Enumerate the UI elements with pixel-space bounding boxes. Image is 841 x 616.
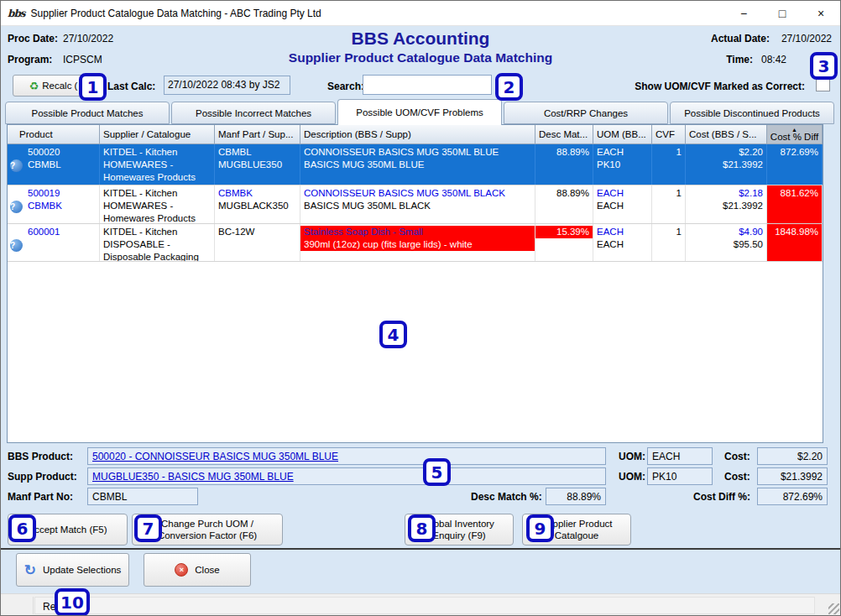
time-label: Time: [726,54,753,65]
uom-field-1: EACH [647,447,713,465]
question-icon[interactable]: ? [10,159,23,172]
cost-field-1: $2.20 [757,447,828,465]
uom-label-1: UOM: [619,451,645,462]
col-header-product[interactable]: Product [8,125,100,144]
col-header-manf-part[interactable]: Manf Part / Sup... [215,125,300,144]
col-header-cvf[interactable]: CVF [652,125,686,144]
status-bar: Rea [1,593,841,616]
tab-possible-discontinued-products[interactable]: Possible Discontinued Products [670,102,834,124]
app-logo-icon: bbs [8,8,25,19]
col-header-cost-pct-diff[interactable]: ▲ Cost % Diff [767,125,823,144]
manf-part-label: Manf Part No: [8,491,73,503]
table-row[interactable]: ? 500020CBMBL KITDEL - Kitchen HOMEWARES… [8,144,823,185]
page-title: Supplier Product Catalogue Data Matching [1,50,840,65]
search-label: Search: [327,81,364,92]
actual-date-value: 27/10/2022 [781,33,832,44]
app-window: bbs Supplier Product Catalogue Data Matc… [0,0,841,616]
cell-cost-diff: 881.62% [767,185,823,223]
callout-9: 9 [526,514,554,542]
status-divider [33,597,34,614]
callout-8: 8 [408,514,436,542]
recalc-button-label: Recalc ( [42,81,77,91]
cost-diff-field: 872.69% [757,488,828,505]
show-uom-cvf-label: Show UOM/CVF Marked as Correct: [635,81,805,92]
results-grid: Product Supplier / Catalogue Manf Part /… [7,124,823,443]
refresh-arrows-icon: ↻ [24,561,36,579]
col-header-cost[interactable]: Cost (BBS / S... [686,125,767,144]
close-button[interactable]: × Close [144,553,251,587]
supp-product-link[interactable]: MUGBLUE350 - BASICS MUG 350ML BLUE [87,467,606,485]
titlebar[interactable]: bbs Supplier Product Catalogue Data Matc… [1,1,840,26]
cost-label-2: Cost: [724,471,750,483]
callout-10: 10 [55,588,90,616]
callout-2: 2 [495,73,523,101]
uom-label-2: UOM: [619,471,645,483]
bbs-product-label: BBS Product: [8,451,73,462]
desc-match-field: 88.89% [546,488,606,505]
question-icon[interactable]: ? [10,239,23,252]
uom-field-2: PK10 [647,467,713,485]
table-row[interactable]: ? 500019CBMBK KITDEL - Kitchen HOMEWARES… [8,185,823,224]
close-x-icon: × [175,563,188,577]
callout-7: 7 [134,514,162,542]
cost-diff-label: Cost Diff %: [693,491,750,503]
cell-desc-match: 88.89% [535,144,593,185]
recycle-icon: ♻ [29,80,39,92]
tab-possible-incorrect-matches[interactable]: Possible Incorrect Matches [171,102,336,124]
cell-supplier: KITDEL - Kitchen DISPOSABLE - Disposable… [100,224,215,261]
tab-cost-rrp-changes[interactable]: Cost/RRP Changes [504,102,668,124]
cost-field-2: $21.3992 [757,467,828,485]
col-header-supplier-catalogue[interactable]: Supplier / Catalogue [100,125,215,144]
update-selections-label: Update Selections [43,565,121,575]
search-input[interactable] [363,75,492,95]
maximize-button[interactable]: □ [763,1,802,26]
cell-desc-match: 88.89% [535,185,593,223]
callout-3: 3 [810,52,838,80]
tab-possible-uom-cvf-problems[interactable]: Possible UOM/CVF Problems [337,99,502,125]
question-icon[interactable]: ? [10,201,23,213]
time-value: 08:42 [761,54,786,65]
cell-supplier: KITDEL - Kitchen HOMEWARES - Homewares P… [100,185,215,223]
manf-part-field: CBMBL [87,488,198,505]
actual-date-label: Actual Date: [711,33,770,44]
col-header-uom[interactable]: UOM (BB... [593,125,652,144]
callout-6: 6 [8,514,36,542]
callout-1: 1 [79,73,107,101]
cell-cost-diff: 1848.98% [767,224,823,261]
window-title: Supplier Product Catalogue Data Matching… [31,8,321,19]
last-calc-label: Last Calc: [107,81,155,92]
cell-supplier: KITDEL - Kitchen HOMEWARES - Homewares P… [100,144,215,185]
minimize-button[interactable]: − [724,1,763,26]
col-header-description[interactable]: Description (BBS / Supp) [300,125,535,144]
table-row[interactable]: ? 600001 KITDEL - Kitchen DISPOSABLE - D… [8,224,823,262]
status-panel: Rea [34,597,815,614]
bbs-product-link[interactable]: 500020 - CONNOISSEUR BASICS MUG 350ML BL… [87,447,606,465]
resize-grip[interactable] [828,603,839,614]
close-window-button[interactable]: × [802,1,840,26]
callout-4: 4 [379,321,407,348]
desc-match-label: Desc Match %: [471,491,542,503]
last-calc-field: 27/10/2022 08:43 by JS2 [164,76,290,95]
tab-possible-product-matches[interactable]: Possible Product Matches [5,102,170,124]
close-label: Close [195,565,219,575]
cell-cost-diff: 872.69% [767,144,823,185]
cost-label-1: Cost: [724,451,750,462]
callout-5: 5 [423,458,451,486]
separator-line [1,548,841,550]
supp-product-label: Supp Product: [8,471,77,483]
update-selections-button[interactable]: ↻ Update Selections [16,553,129,587]
col-header-desc-match[interactable]: Desc Mat... [535,125,593,144]
grid-header-row: Product Supplier / Catalogue Manf Part /… [8,125,823,144]
col-header-cost-pct-diff-label: Cost % Diff [770,133,818,141]
cell-desc-match: 15.39% [535,224,593,261]
